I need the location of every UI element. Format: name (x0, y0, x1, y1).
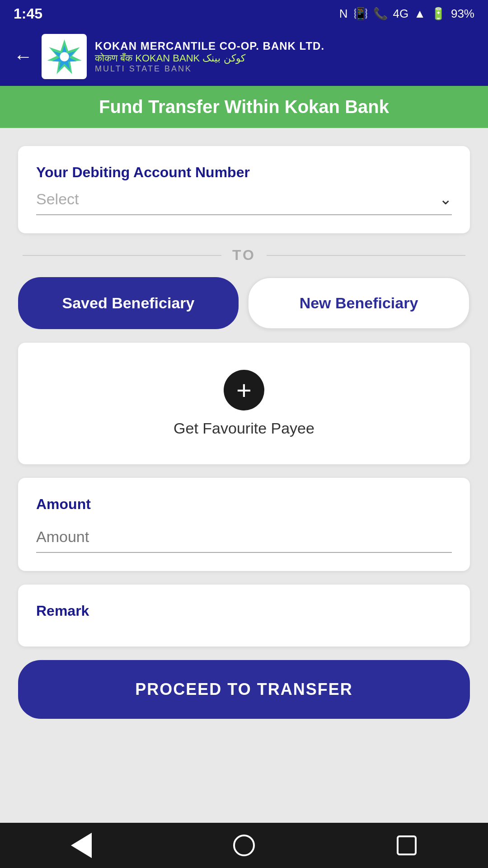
plus-circle-icon: + (224, 370, 264, 410)
account-select-dropdown[interactable]: Select ⌄ (36, 190, 452, 215)
status-icons: N 📳 📞 4G ▲ 🔋 93% (339, 7, 474, 21)
bank-name-container: KOKAN MERCANTILE CO-OP. BANK LTD. कोकण ब… (95, 40, 324, 74)
plus-icon: + (236, 377, 252, 403)
status-time: 1:45 (14, 5, 42, 22)
get-favourite-payee-card[interactable]: + Get Favourite Payee (18, 343, 470, 464)
back-button[interactable]: ← (14, 46, 33, 67)
bank-logo-svg (45, 38, 84, 76)
home-nav-icon (233, 835, 255, 856)
battery-icon: 🔋 (431, 7, 446, 21)
new-beneficiary-button[interactable]: New Beneficiary (248, 277, 470, 329)
recent-nav-icon (397, 835, 417, 855)
battery-percent: 93% (451, 7, 474, 21)
bank-logo (42, 34, 87, 79)
debit-account-card: Your Debiting Account Number Select ⌄ (18, 146, 470, 233)
remark-card: Remark (18, 585, 470, 646)
signal-icon: ▲ (414, 7, 426, 21)
nav-back-button[interactable] (68, 832, 95, 859)
bank-subtitle: MULTI STATE BANK (95, 64, 324, 74)
logo-container: KOKAN MERCANTILE CO-OP. BANK LTD. कोकण ब… (42, 34, 324, 79)
saved-beneficiary-button[interactable]: Saved Beneficiary (18, 277, 239, 329)
page-title: Fund Transfer Within Kokan Bank (0, 97, 488, 117)
amount-input[interactable] (36, 522, 452, 553)
nav-home-button[interactable] (230, 832, 258, 859)
select-placeholder: Select (36, 190, 79, 208)
bottom-nav (0, 823, 488, 868)
main-content: Your Debiting Account Number Select ⌄ TO… (0, 128, 488, 824)
beneficiary-buttons: Saved Beneficiary New Beneficiary (18, 277, 470, 329)
bank-multilingual-name: कोकण बँक KOKAN BANK کوکن بینک (95, 52, 324, 64)
debit-account-label: Your Debiting Account Number (36, 164, 452, 181)
nav-recent-button[interactable] (393, 832, 420, 859)
call-icon: 📞 (373, 7, 388, 21)
to-label: TO (232, 247, 256, 264)
bank-full-name: KOKAN MERCANTILE CO-OP. BANK LTD. (95, 40, 324, 52)
amount-card: Amount (18, 478, 470, 571)
divider-line-right (267, 255, 465, 256)
back-nav-icon (71, 833, 92, 858)
to-divider: TO (18, 247, 470, 264)
proceed-to-transfer-button[interactable]: PROCEED TO TRANSFER (18, 660, 470, 719)
vibrate-icon: 📳 (353, 7, 368, 21)
app-header: ← KOKAN MERCANTILE CO-OP. BANK LTD. कोकण… (0, 27, 488, 86)
remark-label: Remark (36, 603, 452, 619)
page-title-bar: Fund Transfer Within Kokan Bank (0, 86, 488, 128)
payee-label: Get Favourite Payee (174, 420, 314, 437)
network-icon: 4G (393, 7, 409, 21)
nfc-icon: N (339, 7, 348, 21)
amount-label: Amount (36, 496, 452, 513)
status-bar: 1:45 N 📳 📞 4G ▲ 🔋 93% (0, 0, 488, 27)
chevron-down-icon: ⌄ (439, 190, 452, 208)
divider-line-left (23, 255, 221, 256)
svg-point-2 (60, 52, 69, 61)
